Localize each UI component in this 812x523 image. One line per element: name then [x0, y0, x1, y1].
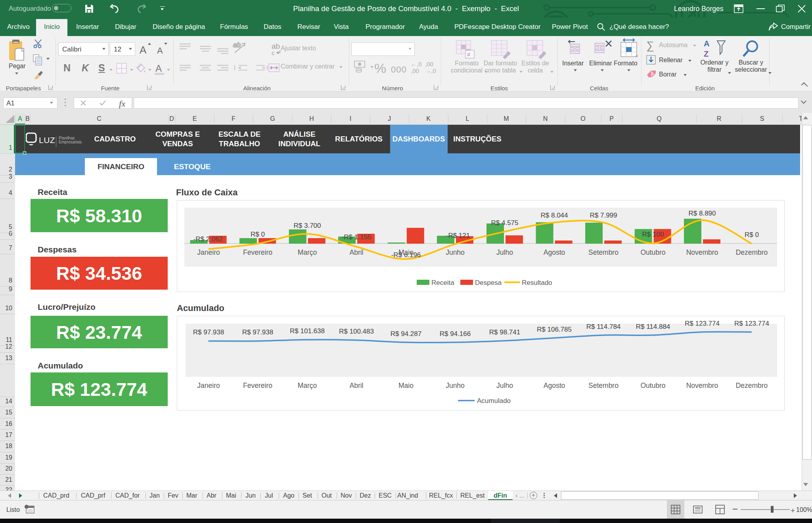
svg-text:-R$ 121: -R$ 121: [446, 232, 470, 239]
svg-text:-R$ 1.155: -R$ 1.155: [342, 233, 372, 241]
svg-text:Dezembro: Dezembro: [736, 382, 768, 389]
svg-text:R$ 114.784: R$ 114.784: [586, 323, 621, 330]
svg-text:-R$ 2.062: -R$ 2.062: [193, 235, 223, 243]
svg-text:Janeiro: Janeiro: [197, 382, 220, 389]
svg-text:R$ 114.884: R$ 114.884: [636, 323, 670, 330]
svg-text:A: A: [704, 39, 709, 48]
svg-text:Setembro: Setembro: [588, 382, 619, 389]
svg-text:≠: ≠: [467, 51, 471, 58]
svg-text:Novembro: Novembro: [686, 248, 718, 256]
svg-text:Março: Março: [298, 248, 317, 256]
svg-text:R$ 123.774: R$ 123.774: [685, 320, 720, 327]
svg-text:R$ 4.575: R$ 4.575: [491, 219, 519, 227]
svg-text:Agosto: Agosto: [544, 382, 565, 389]
svg-text:R$ 97.938: R$ 97.938: [193, 328, 224, 336]
svg-text:R$ 97.938: R$ 97.938: [242, 328, 273, 336]
svg-text:R$ 123.774: R$ 123.774: [734, 320, 769, 327]
svg-text:ab: ab: [272, 42, 280, 50]
svg-text:Maio: Maio: [398, 382, 414, 389]
svg-text:Acumulado: Acumulado: [477, 397, 511, 405]
svg-text:Abril: Abril: [349, 248, 363, 256]
svg-text:Despesa: Despesa: [475, 279, 502, 286]
svg-text:Agosto: Agosto: [544, 248, 565, 256]
svg-text:Fevereiro: Fevereiro: [243, 382, 272, 389]
svg-text:Julho: Julho: [496, 382, 513, 389]
svg-text:R$ 8.890: R$ 8.890: [689, 210, 716, 217]
svg-text:R$ 0: R$ 0: [251, 231, 265, 238]
svg-text:Fevereiro: Fevereiro: [243, 248, 272, 256]
svg-text:Junho: Junho: [446, 248, 465, 256]
svg-text:R$ 0: R$ 0: [745, 231, 759, 239]
svg-text:R$ 7.999: R$ 7.999: [590, 212, 617, 219]
svg-text:R$ 98.741: R$ 98.741: [489, 328, 520, 336]
svg-text:R$ 8.044: R$ 8.044: [541, 212, 568, 219]
svg-text:R$ 100: R$ 100: [642, 231, 664, 238]
svg-text:Março: Março: [298, 382, 317, 389]
svg-text:R$ 3.700: R$ 3.700: [294, 222, 321, 229]
svg-text:Novembro: Novembro: [686, 382, 718, 389]
svg-text:Dezembro: Dezembro: [736, 248, 768, 256]
svg-text:R$ 94.166: R$ 94.166: [440, 330, 471, 338]
svg-text:Abril: Abril: [349, 382, 363, 389]
svg-text:Maio: Maio: [398, 248, 414, 256]
svg-text:Outubro: Outubro: [640, 248, 665, 256]
svg-text:Julho: Julho: [496, 248, 513, 256]
svg-text:Junho: Junho: [446, 382, 465, 389]
svg-text:Janeiro: Janeiro: [197, 248, 220, 256]
svg-text:R$ 101.638: R$ 101.638: [290, 327, 325, 335]
svg-text:Receita: Receita: [431, 279, 454, 286]
svg-text:R$ 94.287: R$ 94.287: [391, 330, 421, 338]
svg-text:Setembro: Setembro: [588, 248, 619, 256]
svg-text:R$ 100.483: R$ 100.483: [339, 328, 374, 335]
svg-text:Outubro: Outubro: [640, 382, 665, 389]
svg-text:R$ 106.785: R$ 106.785: [537, 326, 572, 333]
svg-text:Z: Z: [704, 50, 709, 58]
svg-text:Resultado: Resultado: [522, 279, 552, 286]
svg-text:c: c: [272, 50, 275, 56]
svg-text:ab: ab: [233, 41, 241, 49]
